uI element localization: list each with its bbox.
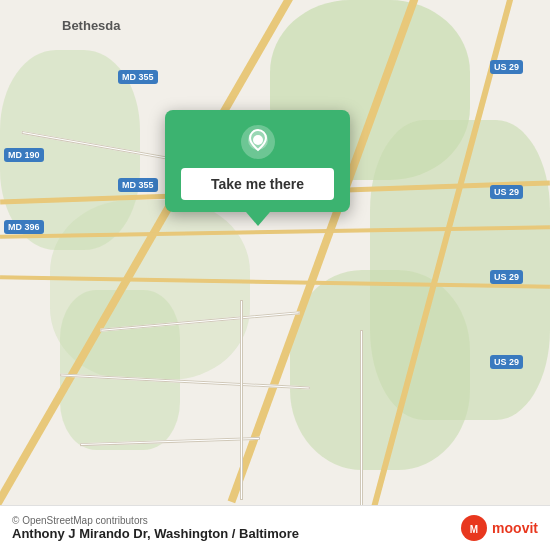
svg-text:M: M (470, 524, 478, 535)
road-label-md355-top: MD 355 (118, 70, 158, 84)
road-label-md396: MD 396 (4, 220, 44, 234)
bottom-bar: © OpenStreetMap contributors Anthony J M… (0, 505, 550, 550)
take-me-there-button[interactable]: Take me there (181, 168, 334, 200)
copyright-text: © OpenStreetMap contributors (12, 515, 299, 526)
popup-arrow (246, 212, 270, 226)
vertical-road (360, 330, 363, 510)
road-label-md190: MD 190 (4, 148, 44, 162)
road-label-us29-mid2: US 29 (490, 270, 523, 284)
city-label: Bethesda (62, 18, 121, 33)
address-text: Anthony J Mirando Dr, Washington / Balti… (12, 526, 299, 541)
road-label-md355-mid: MD 355 (118, 178, 158, 192)
location-popup: Take me there (165, 110, 350, 212)
moovit-text: moovit (492, 520, 538, 536)
green-area (290, 270, 470, 470)
bottom-bar-left: © OpenStreetMap contributors Anthony J M… (12, 515, 299, 541)
vertical-road (240, 300, 243, 500)
moovit-logo: M moovit (460, 514, 538, 542)
road-label-us29-top: US 29 (490, 60, 523, 74)
moovit-icon: M (460, 514, 488, 542)
map-container: Bethesda MD 355 MD 190 MD 355 MD 396 US … (0, 0, 550, 550)
road-label-us29-mid1: US 29 (490, 185, 523, 199)
location-pin-icon (240, 124, 276, 160)
road-label-us29-bot: US 29 (490, 355, 523, 369)
